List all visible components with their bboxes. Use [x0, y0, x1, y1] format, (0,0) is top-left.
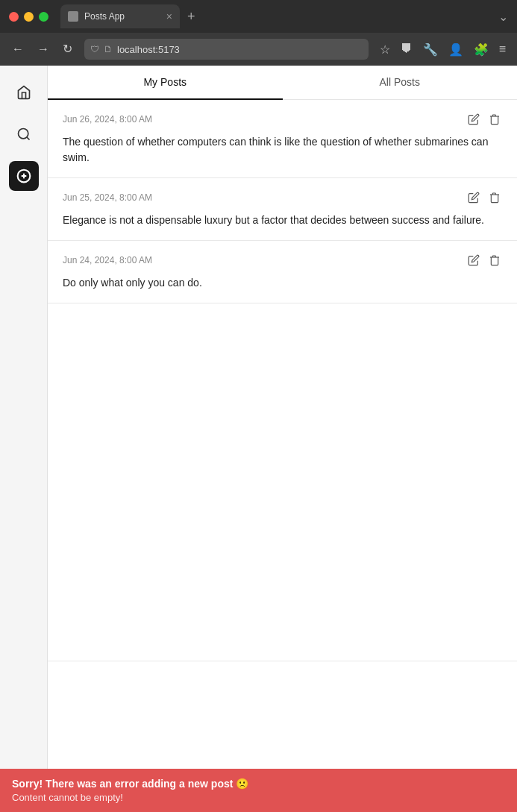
shield-icon[interactable]: ⛊	[397, 40, 416, 59]
back-button[interactable]: ←	[7, 40, 28, 58]
post-actions	[466, 253, 502, 268]
post-item: Jun 26, 2024, 8:00 AM	[48, 100, 517, 178]
delete-post-button[interactable]	[487, 112, 502, 127]
post-actions	[466, 112, 502, 127]
edit-post-button[interactable]	[466, 253, 481, 268]
post-header: Jun 25, 2024, 8:00 AM	[63, 190, 502, 205]
post-date: Jun 25, 2024, 8:00 AM	[63, 192, 152, 203]
tab-bar: Posts App × + ⌄	[60, 4, 508, 28]
minimize-button[interactable]	[24, 12, 34, 22]
tab-favicon-icon	[68, 11, 78, 22]
tab-close-icon[interactable]: ×	[166, 11, 172, 22]
nav-icons-right: ☆ ⛊ 🔧 👤 🧩 ≡	[376, 40, 510, 60]
search-icon	[16, 127, 31, 142]
new-tab-button[interactable]: +	[184, 9, 198, 25]
edit-post-button[interactable]	[466, 112, 481, 127]
address-bar-input[interactable]	[117, 44, 363, 55]
delete-post-button[interactable]	[487, 253, 502, 268]
post-content: Do only what only you can do.	[63, 275, 502, 291]
browser-navbar: ← → ↻ 🛡 🗋 ☆ ⛊ 🔧 👤 🧩 ≡	[0, 33, 517, 66]
post-content: The question of whether computers can th…	[63, 134, 502, 166]
edit-icon	[468, 192, 480, 204]
search-button[interactable]	[9, 119, 39, 149]
home-icon	[16, 85, 31, 100]
trash-icon	[489, 113, 501, 125]
menu-icon[interactable]: ≡	[495, 40, 510, 59]
reload-button[interactable]: ↻	[58, 40, 77, 58]
empty-area	[48, 303, 517, 661]
toast-message: Content cannot be empty!	[12, 792, 505, 803]
edit-icon	[468, 254, 480, 266]
trash-icon	[489, 254, 501, 266]
svg-line-1	[26, 137, 29, 140]
svg-point-0	[18, 129, 28, 139]
active-tab[interactable]: Posts App ×	[60, 4, 180, 28]
post-actions	[466, 190, 502, 205]
trash-icon	[489, 192, 501, 204]
main-content: My Posts All Posts Jun 26, 2024, 8:00 AM	[48, 66, 517, 812]
browser-titlebar: Posts App × + ⌄	[0, 0, 517, 33]
post-content: Elegance is not a dispensable luxury but…	[63, 213, 502, 228]
toast-title: Sorry! There was an error adding a new p…	[12, 778, 505, 790]
address-bar-wrapper: 🛡 🗋	[84, 39, 369, 60]
extensions-icon[interactable]: 🧩	[470, 40, 492, 60]
posts-tabs: My Posts All Posts	[48, 66, 517, 100]
posts-list: Jun 26, 2024, 8:00 AM	[48, 100, 517, 812]
post-header: Jun 24, 2024, 8:00 AM	[63, 253, 502, 268]
page-icon: 🗋	[104, 44, 113, 54]
account-icon[interactable]: 👤	[445, 40, 467, 60]
edit-post-button[interactable]	[466, 190, 481, 205]
tools-icon[interactable]: 🔧	[419, 40, 442, 60]
post-date: Jun 24, 2024, 8:00 AM	[63, 255, 152, 265]
post-item: Jun 25, 2024, 8:00 AM	[48, 178, 517, 241]
add-post-button[interactable]	[9, 161, 39, 191]
close-button[interactable]	[9, 12, 19, 22]
tab-all-posts[interactable]: All Posts	[283, 66, 518, 100]
home-button[interactable]	[9, 78, 39, 107]
bookmark-icon[interactable]: ☆	[376, 40, 394, 60]
forward-button[interactable]: →	[33, 40, 54, 58]
tab-controls-icon[interactable]: ⌄	[498, 10, 508, 24]
sidebar	[0, 66, 48, 812]
maximize-button[interactable]	[39, 12, 48, 22]
post-item: Jun 24, 2024, 8:00 AM	[48, 241, 517, 303]
tab-title: Posts App	[84, 11, 160, 22]
post-date: Jun 26, 2024, 8:00 AM	[63, 114, 152, 125]
edit-icon	[468, 113, 480, 125]
app-container: My Posts All Posts Jun 26, 2024, 8:00 AM	[0, 66, 517, 812]
delete-post-button[interactable]	[487, 190, 502, 205]
tab-my-posts[interactable]: My Posts	[48, 66, 283, 100]
security-icon: 🛡	[90, 44, 99, 54]
toast-notification: Sorry! There was an error adding a new p…	[0, 769, 517, 812]
post-header: Jun 26, 2024, 8:00 AM	[63, 112, 502, 127]
plus-icon	[16, 169, 31, 183]
traffic-lights	[9, 12, 48, 22]
